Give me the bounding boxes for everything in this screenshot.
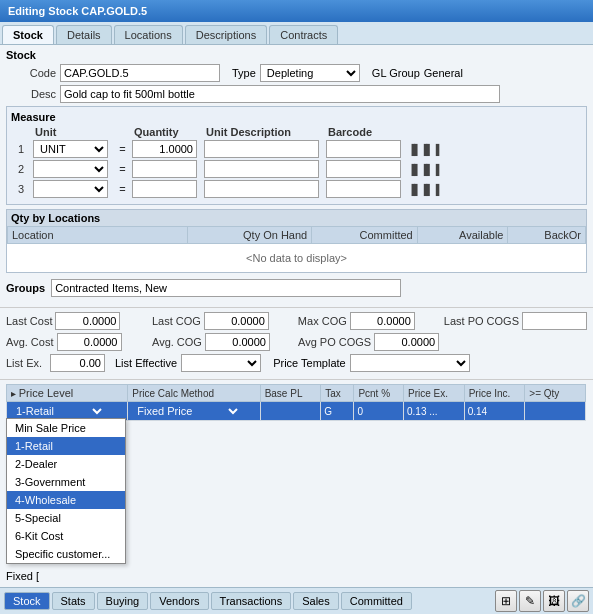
list-effective-label: List Effective <box>115 357 177 369</box>
code-label: Code <box>6 67 56 79</box>
code-input[interactable] <box>60 64 220 82</box>
avg-po-cogs-item: Avg PO COGS <box>298 333 441 351</box>
qty-locations-section: Qty by Locations Location Qty On Hand Co… <box>6 209 587 273</box>
avg-cog-input[interactable] <box>205 333 270 351</box>
list-ex-input[interactable] <box>50 354 105 372</box>
unit-desc-input-2[interactable] <box>204 160 319 178</box>
image-icon-btn[interactable]: 🖼 <box>543 590 565 612</box>
price-level-dropdown[interactable]: Min Sale Price 1-Retail 2-Dealer 3-Gover… <box>6 418 126 564</box>
bottom-tab-committed[interactable]: Committed <box>341 592 412 610</box>
avg-cog-item: Avg. COG <box>152 333 295 351</box>
empty-cost <box>444 333 587 351</box>
backorder-header: BackOr <box>508 227 586 244</box>
calc-method-col: Price Calc Method <box>128 385 260 402</box>
dropdown-item-specific-customer[interactable]: Specific customer... <box>7 545 125 563</box>
max-cog-input[interactable] <box>350 312 415 330</box>
bottom-tab-stock[interactable]: Stock <box>4 592 50 610</box>
qty-input-1[interactable] <box>132 140 197 158</box>
pcnt-cell: 0 <box>354 402 404 421</box>
dropdown-item-min-sale[interactable]: Min Sale Price <box>7 419 125 437</box>
barcode-input-1[interactable] <box>326 140 401 158</box>
unit-desc-input-1[interactable] <box>204 140 319 158</box>
dropdown-item-5-special[interactable]: 5-Special <box>7 509 125 527</box>
bottom-tab-buying[interactable]: Buying <box>97 592 149 610</box>
bottom-tab-transactions[interactable]: Transactions <box>211 592 292 610</box>
fixed-price-label-row: Fixed [ <box>6 568 587 584</box>
window-title: Editing Stock CAP.GOLD.5 <box>8 5 147 17</box>
bottom-tab-vendors[interactable]: Vendors <box>150 592 208 610</box>
unit-desc-header: Unit Description <box>206 126 326 138</box>
last-po-cogs-item: Last PO COGS <box>444 312 587 330</box>
gl-group-value: General <box>424 67 463 79</box>
barcode-icon-3: ▐▌▐▌▐ <box>408 184 448 195</box>
costs-section: Last Cost Last COG Max COG Last PO COGS … <box>0 308 593 380</box>
fixed-price-label: Fixed [ <box>6 570 39 582</box>
avg-cost-item: Avg. Cost <box>6 333 149 351</box>
qty-input-3[interactable] <box>132 180 197 198</box>
qty-on-hand-header: Qty On Hand <box>188 227 312 244</box>
unit-select-2[interactable] <box>33 160 108 178</box>
available-header: Available <box>417 227 508 244</box>
qty-table: Location Qty On Hand Committed Available… <box>7 226 586 244</box>
measure-headers: Unit Quantity Unit Description Barcode <box>11 126 582 138</box>
qty-cell <box>525 402 586 421</box>
tab-details[interactable]: Details <box>56 25 112 44</box>
price-inc-cell: 0.14 <box>464 402 525 421</box>
tab-stock[interactable]: Stock <box>2 25 54 44</box>
last-cost-item: Last Cost <box>6 312 149 330</box>
last-cost-input[interactable] <box>55 312 120 330</box>
avg-cost-label: Avg. Cost <box>6 336 54 348</box>
groups-input[interactable] <box>51 279 401 297</box>
groups-label: Groups <box>6 282 45 294</box>
price-inc-col: Price Inc. <box>464 385 525 402</box>
dropdown-item-2-dealer[interactable]: 2-Dealer <box>7 455 125 473</box>
last-po-cogs-label: Last PO COGS <box>444 315 519 327</box>
unit-select-3[interactable] <box>33 180 108 198</box>
dropdown-item-3-government[interactable]: 3-Government <box>7 473 125 491</box>
list-effective-select[interactable] <box>181 354 261 372</box>
unit-desc-input-3[interactable] <box>204 180 319 198</box>
type-select[interactable]: Depleting <box>260 64 360 82</box>
last-po-cogs-input[interactable] <box>522 312 587 330</box>
calc-method-select[interactable]: Fixed Price <box>131 403 241 419</box>
barcode-input-2[interactable] <box>326 160 401 178</box>
costs-grid-row1: Last Cost Last COG Max COG Last PO COGS <box>6 312 587 330</box>
dropdown-item-1-retail[interactable]: 1-Retail <box>7 437 125 455</box>
qty-input-2[interactable] <box>132 160 197 178</box>
avg-po-cogs-input[interactable] <box>374 333 439 351</box>
link-icon-btn[interactable]: 🔗 <box>567 590 589 612</box>
tab-locations[interactable]: Locations <box>114 25 183 44</box>
edit-icon-btn[interactable]: ✎ <box>519 590 541 612</box>
base-pl-cell <box>260 402 321 421</box>
price-template-select[interactable] <box>350 354 470 372</box>
calc-method-cell: Fixed Price <box>128 402 260 421</box>
no-data-message: <No data to display> <box>7 244 586 272</box>
measure-row-2: 2 = ▐▌▐▌▐ <box>11 160 582 178</box>
committed-header: Committed <box>312 227 418 244</box>
qty-locations-header: Qty by Locations <box>7 210 586 226</box>
measure-label: Measure <box>11 111 582 123</box>
avg-cost-input[interactable] <box>57 333 122 351</box>
dropdown-item-4-wholesale[interactable]: 4-Wholesale <box>7 491 125 509</box>
price-level-select[interactable]: 1-Retail <box>10 403 105 419</box>
price-levels-section: ▸ Price Level Price Calc Method Base PL … <box>0 380 593 588</box>
barcode-input-3[interactable] <box>326 180 401 198</box>
measure-row-1: 1 UNIT = ▐▌▐▌▐ <box>11 140 582 158</box>
tab-descriptions[interactable]: Descriptions <box>185 25 268 44</box>
tab-contracts[interactable]: Contracts <box>269 25 338 44</box>
avg-cog-label: Avg. COG <box>152 336 202 348</box>
list-ex-label: List Ex. <box>6 357 46 369</box>
grid-icon-btn[interactable]: ⊞ <box>495 590 517 612</box>
dropdown-item-6-kit-cost[interactable]: 6-Kit Cost <box>7 527 125 545</box>
unit-select-1[interactable]: UNIT <box>33 140 108 158</box>
bottom-tab-sales[interactable]: Sales <box>293 592 339 610</box>
tax-cell: G <box>321 402 354 421</box>
type-label: Type <box>232 67 256 79</box>
barcode-header: Barcode <box>328 126 408 138</box>
qty-header: Quantity <box>134 126 204 138</box>
desc-input[interactable] <box>60 85 500 103</box>
price-level-col: ▸ Price Level <box>7 385 128 402</box>
stock-section: Stock Code Type Depleting GL Group Gener… <box>0 45 593 308</box>
last-cog-input[interactable] <box>204 312 269 330</box>
bottom-tab-stats[interactable]: Stats <box>52 592 95 610</box>
